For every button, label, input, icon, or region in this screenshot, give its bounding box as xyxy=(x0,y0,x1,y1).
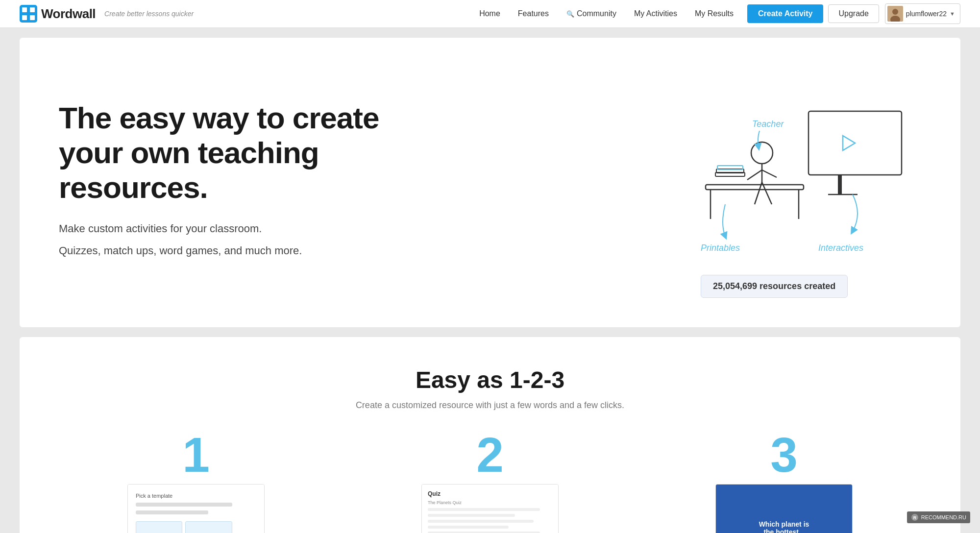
navbar-tagline: Create better lessons quicker xyxy=(104,10,194,18)
nav-community[interactable]: 🔍 Community xyxy=(559,5,624,22)
step-1-label: Pick a template xyxy=(136,493,172,499)
quiz-line-3 xyxy=(428,520,534,523)
brand-logo[interactable]: Wordwall xyxy=(20,5,96,23)
recommend-text: RECOMMEND.RU xyxy=(921,514,966,520)
step-3-number: 3 xyxy=(770,430,798,479)
easy-section: Easy as 1-2-3 Create a customized resour… xyxy=(20,337,960,533)
step-3-screenshot: Which planet isthe hottest... xyxy=(715,484,853,533)
svg-point-6 xyxy=(892,9,898,15)
step-2-label: Quiz xyxy=(428,490,552,497)
hero-subtitle-2: Quizzes, match ups, word games, and much… xyxy=(59,242,392,259)
step-2-number: 2 xyxy=(476,430,504,479)
logo-text: Wordwall xyxy=(41,6,96,22)
step-2-screenshot: Quiz The Planets Quiz xyxy=(421,484,559,533)
create-activity-button[interactable]: Create Activity xyxy=(747,4,823,23)
step-1-screen: Pick a template xyxy=(128,485,264,533)
easy-subtitle: Create a customized resource with just a… xyxy=(59,400,921,411)
logo-container: Wordwall xyxy=(20,5,96,23)
step-3-question: Which planet isthe hottest... xyxy=(754,515,814,533)
step-1-screenshot: Pick a template xyxy=(127,484,265,533)
svg-text:Printables: Printables xyxy=(701,243,740,253)
hero-section: The easy way to create your own teaching… xyxy=(20,38,960,327)
avatar-image xyxy=(887,6,903,22)
template-line-2 xyxy=(136,510,208,514)
svg-rect-3 xyxy=(22,15,27,20)
step-3: 3 Which planet isthe hottest... xyxy=(647,430,921,533)
quiz-line-1 xyxy=(428,508,540,511)
svg-rect-4 xyxy=(30,15,35,20)
step-2: 2 Quiz The Planets Quiz xyxy=(353,430,627,533)
hero-illustration: Teacher Printables Interactives xyxy=(676,67,921,298)
quiz-line-2 xyxy=(428,514,515,517)
svg-text:Teacher: Teacher xyxy=(752,119,784,129)
step-1-number: 1 xyxy=(182,430,210,479)
step-1: 1 Pick a template xyxy=(59,430,333,533)
wordwall-icon xyxy=(20,5,37,23)
svg-rect-1 xyxy=(22,7,27,12)
nav-my-results[interactable]: My Results xyxy=(687,5,741,22)
navbar: Wordwall Create better lessons quicker H… xyxy=(0,0,980,28)
svg-point-18 xyxy=(751,142,773,164)
hero-text: The easy way to create your own teaching… xyxy=(59,100,392,265)
step-2-screen: Quiz The Planets Quiz xyxy=(422,485,558,533)
svg-rect-12 xyxy=(706,185,804,190)
svg-rect-2 xyxy=(30,7,35,12)
chevron-down-icon: ▼ xyxy=(950,11,955,17)
nav-features[interactable]: Features xyxy=(510,5,557,22)
svg-text:Interactives: Interactives xyxy=(818,243,863,253)
search-icon: 🔍 xyxy=(566,10,574,18)
quiz-line-4 xyxy=(428,526,509,529)
template-line-1 xyxy=(136,503,232,507)
teaching-illustration: Teacher Printables Interactives xyxy=(676,67,921,263)
avatar xyxy=(887,6,903,22)
user-menu[interactable]: plumflower22 ▼ xyxy=(885,3,960,24)
step-3-screen: Which planet isthe hottest... xyxy=(716,485,852,533)
nav-home[interactable]: Home xyxy=(471,5,508,22)
svg-marker-11 xyxy=(843,136,855,150)
svg-text:R: R xyxy=(913,515,916,520)
resources-badge: 25,054,699 resources created xyxy=(701,275,848,298)
username: plumflower22 xyxy=(906,10,947,18)
easy-title: Easy as 1-2-3 xyxy=(59,366,921,393)
hero-title: The easy way to create your own teaching… xyxy=(59,100,392,205)
recommend-badge: R RECOMMEND.RU xyxy=(907,511,970,523)
svg-rect-9 xyxy=(838,175,842,194)
hero-subtitle-1: Make custom activities for your classroo… xyxy=(59,220,392,237)
recommend-icon: R xyxy=(911,513,919,521)
upgrade-button[interactable]: Upgrade xyxy=(828,4,879,23)
steps-row: 1 Pick a template xyxy=(59,430,921,533)
main-nav: Home Features 🔍 Community My Activities … xyxy=(471,3,960,24)
page-content: The easy way to create your own teaching… xyxy=(0,28,980,533)
nav-my-activities[interactable]: My Activities xyxy=(626,5,685,22)
